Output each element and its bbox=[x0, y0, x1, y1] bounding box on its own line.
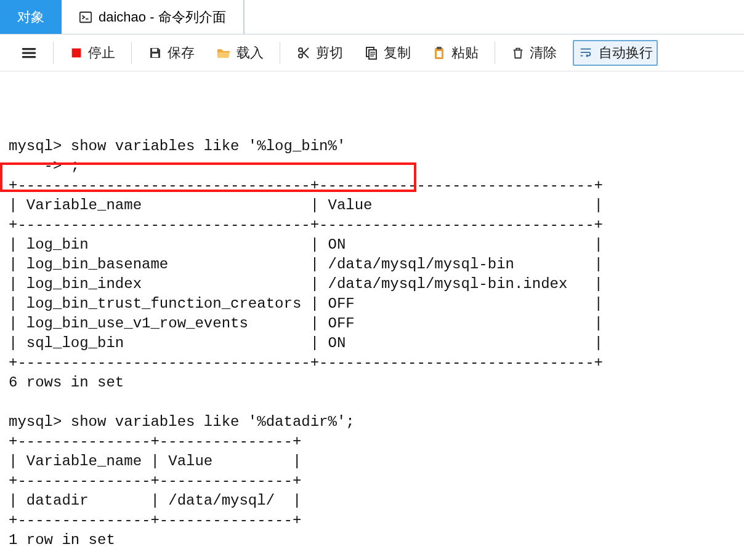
tab-cmd[interactable]: daichao - 命令列介面 bbox=[62, 0, 244, 34]
terminal-lines: mysql> show variables like '%log_bin%' -… bbox=[9, 137, 735, 560]
save-icon bbox=[148, 46, 163, 60]
separator bbox=[495, 42, 495, 64]
paste-button[interactable]: 粘贴 bbox=[427, 40, 483, 66]
copy-icon bbox=[364, 46, 379, 60]
svg-rect-2 bbox=[72, 48, 81, 57]
menu-icon bbox=[21, 45, 37, 61]
cut-label: 剪切 bbox=[316, 44, 343, 62]
stop-icon bbox=[70, 46, 83, 60]
terminal-output[interactable]: mysql> show variables like '%log_bin%' -… bbox=[0, 71, 744, 560]
separator bbox=[53, 42, 54, 64]
menu-button[interactable] bbox=[16, 41, 42, 65]
clear-button[interactable]: 清除 bbox=[506, 40, 562, 66]
tab-empty-area bbox=[244, 0, 744, 34]
svg-rect-10 bbox=[437, 47, 442, 49]
clear-label: 清除 bbox=[530, 44, 557, 62]
svg-rect-11 bbox=[437, 51, 442, 57]
tab-object-label: 对象 bbox=[17, 8, 44, 26]
save-label: 保存 bbox=[168, 44, 195, 62]
wrap-button[interactable]: 自动换行 bbox=[573, 40, 658, 66]
svg-rect-3 bbox=[152, 49, 157, 52]
stop-label: 停止 bbox=[88, 44, 115, 62]
toolbar: 停止 保存 载入 剪切 复制 bbox=[0, 34, 744, 71]
svg-rect-0 bbox=[80, 12, 91, 22]
save-button[interactable]: 保存 bbox=[143, 40, 200, 66]
paste-icon bbox=[432, 46, 447, 60]
paste-label: 粘贴 bbox=[451, 44, 479, 62]
folder-open-icon bbox=[216, 46, 232, 60]
scissors-icon bbox=[296, 46, 311, 60]
separator bbox=[131, 42, 132, 64]
stop-button[interactable]: 停止 bbox=[65, 40, 120, 66]
cut-button[interactable]: 剪切 bbox=[291, 40, 348, 66]
wrap-icon bbox=[578, 46, 594, 60]
wrap-label: 自动换行 bbox=[599, 44, 653, 62]
load-button[interactable]: 载入 bbox=[211, 40, 269, 66]
trash-icon bbox=[511, 46, 525, 60]
separator bbox=[280, 42, 280, 64]
console-icon bbox=[79, 10, 92, 24]
load-label: 载入 bbox=[237, 44, 264, 62]
tab-bar: 对象 daichao - 命令列介面 bbox=[0, 0, 744, 34]
copy-label: 复制 bbox=[384, 44, 411, 62]
tab-object[interactable]: 对象 bbox=[0, 0, 62, 34]
copy-button[interactable]: 复制 bbox=[359, 40, 416, 66]
svg-rect-4 bbox=[152, 54, 158, 57]
tab-cmd-label: daichao - 命令列介面 bbox=[99, 8, 226, 26]
